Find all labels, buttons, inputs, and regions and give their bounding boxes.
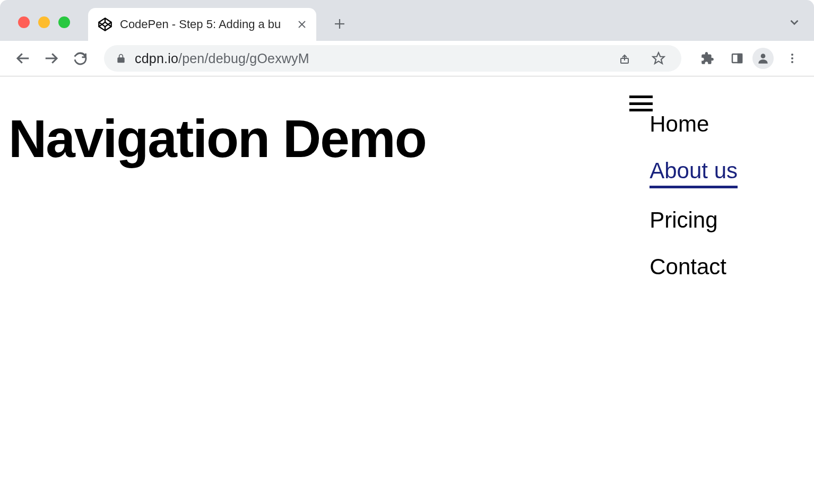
browser-chrome: CodePen - Step 5: Adding a bu	[0, 0, 814, 76]
window-controls	[13, 16, 70, 41]
svg-marker-11	[653, 53, 664, 64]
window-close-button[interactable]	[18, 16, 30, 28]
window-maximize-button[interactable]	[58, 16, 70, 28]
svg-point-15	[761, 54, 766, 59]
svg-point-17	[791, 57, 793, 59]
hamburger-line-icon	[629, 95, 653, 98]
nav-item-pricing[interactable]: Pricing	[650, 207, 738, 235]
back-button[interactable]	[11, 46, 35, 71]
bookmark-star-icon[interactable]	[647, 47, 670, 69]
url-text: cdpn.io/pen/debug/gOexwyM	[135, 51, 602, 66]
address-bar[interactable]: cdpn.io/pen/debug/gOexwyM	[104, 45, 681, 72]
browser-tab[interactable]: CodePen - Step 5: Adding a bu	[88, 8, 316, 41]
side-panel-icon[interactable]	[726, 47, 748, 69]
extensions-icon[interactable]	[696, 47, 718, 69]
tab-strip: CodePen - Step 5: Adding a bu	[0, 0, 814, 41]
tab-close-button[interactable]	[297, 20, 307, 29]
svg-point-16	[791, 54, 793, 56]
svg-point-18	[791, 61, 793, 63]
page-content: Navigation Demo Home About us Pricing Co…	[0, 76, 814, 504]
browser-toolbar: cdpn.io/pen/debug/gOexwyM	[0, 41, 814, 76]
forward-button[interactable]	[39, 46, 64, 71]
url-path: /pen/debug/gOexwyM	[178, 51, 309, 66]
share-icon[interactable]	[613, 47, 636, 69]
lock-icon	[116, 53, 126, 64]
hamburger-menu-button[interactable]	[629, 95, 653, 111]
tabs-dropdown-button[interactable]	[787, 15, 801, 31]
tab-title: CodePen - Step 5: Adding a bu	[120, 18, 290, 31]
reload-button[interactable]	[68, 46, 92, 71]
new-tab-button[interactable]	[330, 14, 349, 33]
nav-item-about[interactable]: About us	[650, 158, 738, 188]
nav-item-home[interactable]: Home	[650, 111, 738, 139]
svg-rect-14	[738, 54, 742, 63]
nav-menu: Home About us Pricing Contact	[650, 111, 738, 282]
nav-item-contact[interactable]: Contact	[650, 254, 738, 282]
profile-avatar-icon[interactable]	[752, 48, 774, 69]
url-domain: cdpn.io	[135, 51, 178, 66]
codepen-favicon-icon	[98, 17, 112, 32]
window-minimize-button[interactable]	[38, 16, 50, 28]
hamburger-line-icon	[629, 102, 653, 105]
kebab-menu-icon[interactable]	[781, 47, 803, 69]
